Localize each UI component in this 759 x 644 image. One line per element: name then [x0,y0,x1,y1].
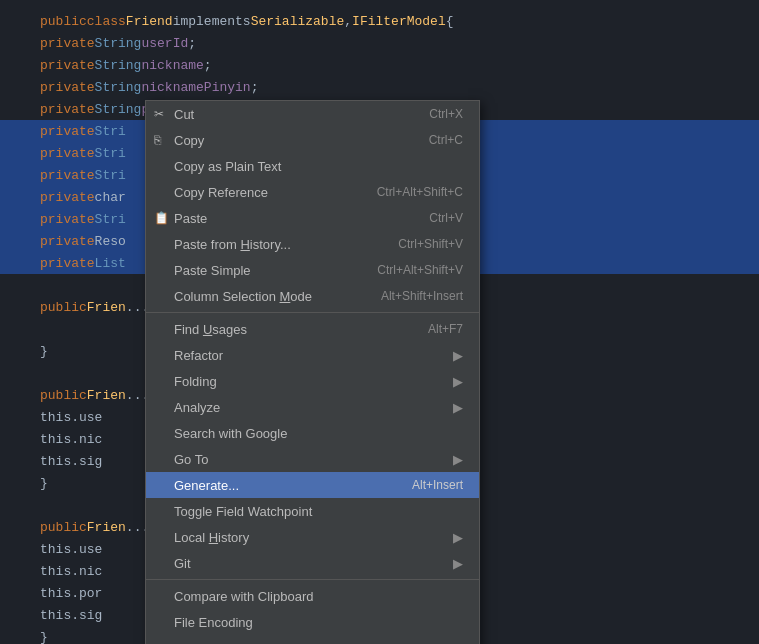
paste-simple-label: Paste Simple [174,263,357,278]
search-google-label: Search with Google [174,426,463,441]
cut-label: Cut [174,107,409,122]
folding-arrow: ▶ [453,374,463,389]
code-line: private String nicknamePinyin; [0,76,759,98]
paste-icon: 📋 [154,211,169,225]
context-menu: ✂ Cut Ctrl+X ⎘ Copy Ctrl+C Copy as Plain… [145,100,480,644]
menu-item-search-google[interactable]: Search with Google [146,420,479,446]
menu-item-paste-simple[interactable]: Paste Simple Ctrl+Alt+Shift+V [146,257,479,283]
paste-history-shortcut: Ctrl+Shift+V [398,237,463,251]
code-line: public class Friend implements Serializa… [0,10,759,32]
menu-item-copy-plain[interactable]: Copy as Plain Text [146,153,479,179]
separator-2 [146,579,479,580]
code-editor: public class Friend implements Serializa… [0,0,759,644]
copy-ref-shortcut: Ctrl+Alt+Shift+C [377,185,463,199]
local-history-label: Local History [174,530,445,545]
toggle-field-label: Toggle Field Watchpoint [174,504,463,519]
menu-item-analyze[interactable]: Analyze ▶ [146,394,479,420]
menu-item-folding[interactable]: Folding ▶ [146,368,479,394]
refactor-arrow: ▶ [453,348,463,363]
menu-item-column-selection[interactable]: Column Selection Mode Alt+Shift+Insert [146,283,479,309]
folding-label: Folding [174,374,445,389]
menu-item-go-to[interactable]: Go To ▶ [146,446,479,472]
menu-item-add-ignore[interactable]: Add to ignore file ▶ [146,635,479,644]
menu-item-cut[interactable]: ✂ Cut Ctrl+X [146,101,479,127]
menu-item-local-history[interactable]: Local History ▶ [146,524,479,550]
go-to-label: Go To [174,452,445,467]
compare-clipboard-label: Compare with Clipboard [174,589,463,604]
go-to-arrow: ▶ [453,452,463,467]
menu-item-toggle-field[interactable]: Toggle Field Watchpoint [146,498,479,524]
paste-history-label: Paste from History... [174,237,378,252]
code-line: private String nickname; [0,54,759,76]
paste-shortcut: Ctrl+V [429,211,463,225]
menu-item-compare-clipboard[interactable]: Compare with Clipboard [146,583,479,609]
git-arrow: ▶ [453,556,463,571]
menu-item-paste[interactable]: 📋 Paste Ctrl+V [146,205,479,231]
find-usages-label: Find Usages [174,322,408,337]
find-usages-shortcut: Alt+F7 [428,322,463,336]
analyze-label: Analyze [174,400,445,415]
menu-item-refactor[interactable]: Refactor ▶ [146,342,479,368]
copy-plain-label: Copy as Plain Text [174,159,463,174]
menu-item-copy-ref[interactable]: Copy Reference Ctrl+Alt+Shift+C [146,179,479,205]
menu-item-paste-history[interactable]: Paste from History... Ctrl+Shift+V [146,231,479,257]
copy-ref-label: Copy Reference [174,185,357,200]
paste-simple-shortcut: Ctrl+Alt+Shift+V [377,263,463,277]
menu-item-git[interactable]: Git ▶ [146,550,479,576]
add-ignore-arrow: ▶ [453,641,463,645]
cut-shortcut: Ctrl+X [429,107,463,121]
cut-icon: ✂ [154,107,164,121]
menu-item-find-usages[interactable]: Find Usages Alt+F7 [146,316,479,342]
generate-label: Generate... [174,478,392,493]
copy-shortcut: Ctrl+C [429,133,463,147]
generate-shortcut: Alt+Insert [412,478,463,492]
git-label: Git [174,556,445,571]
local-history-arrow: ▶ [453,530,463,545]
separator-1 [146,312,479,313]
analyze-arrow: ▶ [453,400,463,415]
file-encoding-label: File Encoding [174,615,463,630]
add-ignore-label: Add to ignore file [174,641,445,645]
refactor-label: Refactor [174,348,445,363]
menu-item-generate[interactable]: Generate... Alt+Insert [146,472,479,498]
menu-item-file-encoding[interactable]: File Encoding [146,609,479,635]
paste-label: Paste [174,211,409,226]
copy-icon: ⎘ [154,133,161,147]
column-selection-label: Column Selection Mode [174,289,361,304]
copy-label: Copy [174,133,409,148]
menu-item-copy[interactable]: ⎘ Copy Ctrl+C [146,127,479,153]
code-line: private String userId; [0,32,759,54]
column-selection-shortcut: Alt+Shift+Insert [381,289,463,303]
